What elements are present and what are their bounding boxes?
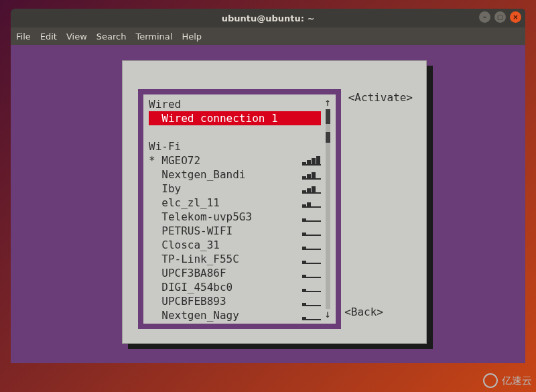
svg-rect-56 — [302, 317, 306, 319]
scroll-track[interactable] — [326, 109, 330, 309]
svg-rect-18 — [312, 200, 316, 206]
wifi-item[interactable]: Telekom-uvp5G3 — [149, 210, 321, 224]
svg-rect-36 — [302, 261, 306, 263]
titlebar[interactable]: ubuntu@ubuntu: ~ – ▢ × — [11, 9, 525, 27]
window-title: ubuntu@ubuntu: ~ — [222, 13, 315, 23]
svg-rect-48 — [312, 285, 316, 291]
svg-rect-52 — [307, 301, 311, 305]
svg-rect-34 — [316, 241, 320, 249]
svg-rect-3 — [312, 158, 316, 164]
menu-edit[interactable]: Edit — [40, 31, 57, 42]
svg-rect-17 — [307, 202, 311, 206]
svg-rect-30 — [302, 249, 321, 250]
svg-rect-26 — [302, 233, 306, 235]
wifi-item[interactable]: elc_zl_11 — [149, 196, 321, 210]
svg-rect-31 — [302, 247, 306, 249]
svg-rect-12 — [307, 188, 311, 192]
wifi-item[interactable]: PETRUS-WIFI — [149, 224, 321, 238]
svg-rect-22 — [307, 216, 311, 220]
svg-rect-4 — [316, 156, 320, 164]
wifi-item[interactable]: Nextgen_Nagy — [149, 308, 321, 322]
wifi-item[interactable]: UPCF3BA86F — [149, 266, 321, 280]
svg-rect-7 — [307, 174, 311, 178]
menu-view[interactable]: View — [66, 31, 87, 42]
watermark-text: 亿速云 — [502, 375, 532, 387]
svg-rect-29 — [316, 226, 320, 235]
svg-rect-54 — [316, 297, 320, 305]
scroll-down-icon[interactable]: ↓ — [324, 309, 331, 321]
svg-rect-9 — [316, 170, 320, 178]
globe-icon — [483, 373, 498, 388]
section-wired: Wired — [149, 97, 321, 111]
scroll-up-icon[interactable]: ↑ — [324, 97, 331, 109]
close-button[interactable]: × — [510, 11, 521, 23]
svg-rect-10 — [302, 192, 321, 194]
signal-icon — [302, 269, 321, 278]
menu-search[interactable]: Search — [96, 31, 127, 42]
menu-file[interactable]: File — [16, 31, 31, 42]
svg-rect-5 — [302, 178, 321, 180]
svg-rect-28 — [312, 228, 316, 235]
wifi-item[interactable]: UPCBFEB893 — [149, 294, 321, 308]
svg-rect-35 — [302, 263, 321, 264]
svg-rect-23 — [312, 214, 316, 220]
svg-rect-58 — [312, 313, 316, 319]
svg-rect-51 — [302, 303, 306, 305]
scrollbar[interactable]: ↑ ↓ — [322, 97, 333, 321]
connection-list[interactable]: Wired Wired connection 1 Wi-Fi * MGEO72 — [149, 97, 321, 321]
svg-rect-33 — [312, 243, 316, 249]
nmtui-dialog: <Activate> <Back> Wired Wired connection… — [122, 60, 427, 344]
svg-rect-8 — [312, 172, 316, 178]
svg-rect-2 — [307, 160, 311, 164]
minimize-button[interactable]: – — [479, 11, 490, 23]
svg-rect-19 — [316, 198, 320, 206]
svg-rect-45 — [302, 291, 321, 292]
signal-icon — [302, 255, 321, 264]
svg-rect-1 — [302, 162, 306, 164]
signal-icon — [302, 198, 321, 208]
svg-rect-50 — [302, 305, 321, 306]
wifi-item[interactable]: DIGI_454bc0 — [149, 280, 321, 294]
svg-rect-0 — [302, 164, 321, 166]
signal-icon — [302, 311, 321, 320]
svg-rect-47 — [307, 287, 311, 291]
svg-rect-27 — [307, 231, 311, 235]
wifi-item[interactable]: Closca_31 — [149, 238, 321, 252]
svg-rect-38 — [312, 257, 316, 263]
menubar: File Edit View Search Terminal Help — [11, 27, 525, 45]
menu-terminal[interactable]: Terminal — [135, 31, 172, 42]
svg-rect-25 — [302, 235, 321, 236]
wifi-item[interactable]: Iby — [149, 182, 321, 196]
wired-item[interactable]: Wired connection 1 — [149, 111, 321, 125]
back-button[interactable]: <Back> — [344, 306, 383, 318]
maximize-button[interactable]: ▢ — [494, 11, 506, 23]
signal-icon — [302, 283, 321, 292]
svg-rect-43 — [312, 271, 316, 277]
activate-button[interactable]: <Activate> — [348, 91, 413, 104]
signal-icon — [302, 241, 321, 250]
connection-list-box: Wired Wired connection 1 Wi-Fi * MGEO72 — [138, 89, 341, 329]
wifi-item[interactable]: * MGEO72 — [149, 153, 321, 168]
svg-rect-15 — [302, 206, 321, 208]
svg-rect-21 — [302, 218, 306, 220]
menu-help[interactable]: Help — [182, 31, 202, 42]
svg-rect-6 — [302, 176, 306, 178]
svg-rect-40 — [302, 277, 321, 278]
wifi-item[interactable]: TP-Link_F55C — [149, 252, 321, 266]
svg-rect-24 — [316, 212, 320, 220]
terminal-window: ubuntu@ubuntu: ~ – ▢ × File Edit View Se… — [11, 9, 525, 363]
wifi-item[interactable]: Nextgen_Bandi — [149, 168, 321, 182]
svg-rect-37 — [307, 259, 311, 263]
svg-rect-44 — [316, 269, 320, 277]
side-buttons: <Activate> <Back> — [348, 91, 413, 104]
terminal-body[interactable]: <Activate> <Back> Wired Wired connection… — [11, 45, 525, 363]
window-buttons: – ▢ × — [479, 11, 521, 23]
signal-icon — [302, 156, 321, 166]
scroll-thumb[interactable] — [326, 132, 330, 143]
signal-icon — [302, 212, 321, 222]
signal-icon — [302, 170, 321, 180]
svg-rect-55 — [302, 319, 321, 320]
svg-rect-11 — [302, 190, 306, 192]
scroll-thumb[interactable] — [326, 109, 330, 124]
section-wifi: Wi-Fi — [149, 139, 321, 153]
